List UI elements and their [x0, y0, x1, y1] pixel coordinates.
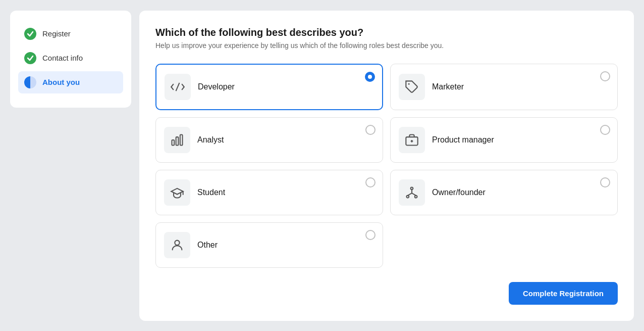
- svg-rect-4: [180, 134, 183, 145]
- svg-rect-3: [176, 137, 179, 145]
- sidebar-item-register[interactable]: Register: [18, 23, 123, 45]
- developer-label: Developer: [198, 82, 374, 91]
- marketer-radio: [600, 71, 610, 81]
- svg-line-14: [412, 193, 416, 196]
- developer-icon-bg: [165, 74, 191, 100]
- svg-point-10: [407, 195, 409, 198]
- sidebar-about-label: About you: [42, 78, 80, 86]
- student-label: Student: [197, 188, 374, 197]
- about-you-half-circle-icon: [24, 76, 36, 88]
- sidebar-item-contact-info[interactable]: Contact info: [18, 47, 123, 69]
- owner-founder-icon-bg: [399, 179, 425, 206]
- product-manager-label: Product manager: [432, 135, 609, 145]
- svg-point-15: [175, 240, 179, 245]
- svg-point-11: [415, 195, 417, 198]
- sidebar: Register Contact info About you: [10, 11, 131, 108]
- owner-founder-label: Owner/founder: [432, 188, 609, 197]
- question-subtitle: Help us improve your experience by telli…: [155, 41, 618, 50]
- sidebar-contact-label: Contact info: [42, 54, 83, 62]
- svg-point-9: [411, 187, 413, 190]
- svg-line-13: [408, 193, 412, 196]
- other-icon-bg: [164, 232, 190, 258]
- option-marketer[interactable]: Marketer: [390, 64, 618, 110]
- product-manager-radio: [600, 125, 610, 135]
- footer: Complete Registration: [155, 282, 618, 305]
- analyst-radio: [365, 125, 375, 135]
- register-check-icon: [24, 28, 36, 40]
- app-container: Register Contact info About you Which of…: [10, 11, 634, 321]
- marketer-label: Marketer: [432, 82, 609, 91]
- sidebar-item-about-you[interactable]: About you: [18, 71, 123, 93]
- other-radio: [365, 230, 375, 240]
- options-grid: Developer Marketer: [155, 64, 618, 268]
- marketer-icon-bg: [399, 74, 425, 100]
- svg-line-0: [176, 82, 180, 90]
- option-student[interactable]: Student: [155, 170, 383, 215]
- main-panel: Which of the following best describes yo…: [139, 11, 634, 321]
- product-manager-icon-bg: [399, 127, 425, 153]
- sidebar-register-label: Register: [42, 29, 71, 38]
- student-radio: [365, 177, 375, 187]
- other-label: Other: [197, 241, 374, 250]
- student-icon-bg: [164, 179, 190, 206]
- complete-registration-button[interactable]: Complete Registration: [509, 282, 618, 305]
- question-title: Which of the following best describes yo…: [155, 27, 618, 38]
- contact-info-check-icon: [24, 52, 36, 64]
- option-analyst[interactable]: Analyst: [155, 117, 383, 163]
- analyst-icon-bg: [164, 127, 190, 153]
- option-developer[interactable]: Developer: [155, 64, 383, 110]
- option-owner-founder[interactable]: Owner/founder: [390, 170, 618, 215]
- svg-rect-2: [172, 140, 175, 146]
- developer-radio: [365, 72, 375, 82]
- option-product-manager[interactable]: Product manager: [390, 117, 618, 163]
- option-other[interactable]: Other: [155, 222, 383, 268]
- owner-founder-radio: [600, 177, 610, 187]
- analyst-label: Analyst: [197, 135, 374, 145]
